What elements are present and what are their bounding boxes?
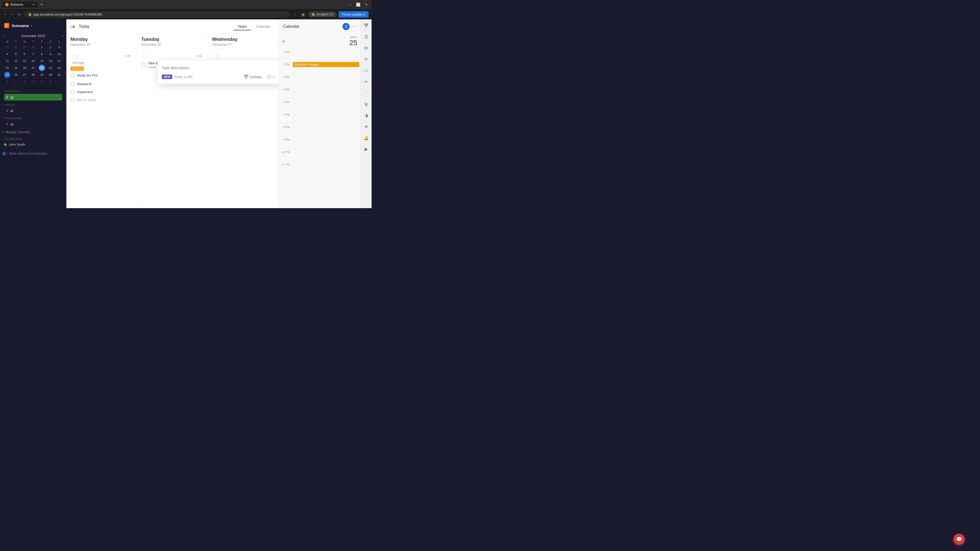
cal-day[interactable]: 26 <box>13 72 19 78</box>
cal-day[interactable]: 10 <box>56 51 62 57</box>
cal-day[interactable]: 23 <box>48 65 54 71</box>
cal-day[interactable]: 2 <box>13 79 19 85</box>
calendar-prev-button[interactable]: ‹ <box>3 34 4 38</box>
cal-day[interactable]: 29 <box>39 72 45 78</box>
task-item-review[interactable]: Review th <box>69 80 134 87</box>
cal-day[interactable]: 27 <box>4 44 10 50</box>
sidebar-toggle-button[interactable]: ▣ <box>300 11 306 17</box>
calendar-event-study[interactable]: Study the Principles <box>293 62 360 67</box>
network-icon-btn[interactable]: ⬡ <box>362 66 370 75</box>
task-item-implement[interactable]: Implement <box>69 88 134 95</box>
task-item-dec23[interactable]: Dec 23 # work <box>69 96 134 103</box>
paste-url-button[interactable]: Paste a URL <box>174 75 193 79</box>
cal-day[interactable]: 6 <box>21 51 27 57</box>
layers-icon-btn[interactable]: ◑ <box>362 111 370 119</box>
collapse-sidebar-button[interactable]: |◀ <box>70 24 75 29</box>
cal-day[interactable]: 6 <box>48 79 54 85</box>
cal-day[interactable]: 30 <box>30 44 36 50</box>
badge-icon-btn[interactable]: 🔔 <box>362 134 370 142</box>
cal-day[interactable]: 11 <box>4 58 10 64</box>
personal-toggle-button[interactable]: ▾ <box>4 117 5 120</box>
cal-day[interactable]: 12 <box>13 58 19 64</box>
cal-day[interactable]: 1 <box>39 44 45 50</box>
sidebar-item-all-channels[interactable]: # all <box>4 94 62 100</box>
cal-day[interactable]: 8 <box>39 51 45 57</box>
cal-day[interactable]: 28 <box>30 72 36 78</box>
calendar-view-icon-btn[interactable]: 📅 <box>362 21 370 30</box>
task-check-study[interactable] <box>70 73 75 78</box>
add-task-button[interactable]: Add task <box>69 60 87 65</box>
cal-day[interactable]: 20 <box>21 65 27 71</box>
cal-day[interactable]: 27 <box>21 72 27 78</box>
today-button[interactable]: Today <box>79 24 89 29</box>
task-check-review[interactable] <box>70 82 75 86</box>
monday-add-button[interactable]: + <box>73 53 79 59</box>
cal-day[interactable]: 14 <box>30 58 36 64</box>
sidebar-item-work-all[interactable]: # all <box>4 107 62 114</box>
cal-day[interactable]: 5 <box>39 79 45 85</box>
maximize-button[interactable]: ⬜ <box>355 2 362 7</box>
sidebar-item-personal-all[interactable]: # all <box>4 121 62 127</box>
calendar-next-button[interactable]: › <box>62 34 63 38</box>
document-icon-btn[interactable]: 📄 <box>362 89 370 97</box>
tab-tasks[interactable]: Tasks <box>234 23 251 30</box>
table-icon-btn[interactable]: ⊞ <box>362 100 370 108</box>
mini-calendar: ‹ December 2023 › M T W T F S S 27 28 29… <box>0 32 66 88</box>
task-check-implement[interactable] <box>70 89 75 94</box>
refresh-icon-btn[interactable]: ⟳ <box>362 55 370 63</box>
cal-day-selected[interactable]: 25 <box>4 72 10 78</box>
cal-day[interactable]: 30 <box>48 72 54 78</box>
cal-day[interactable]: 19 <box>13 65 19 71</box>
cal-day[interactable]: 5 <box>13 51 19 57</box>
cal-day[interactable]: 7 <box>56 79 62 85</box>
close-button[interactable]: ✕ <box>363 2 369 7</box>
cal-day[interactable]: 31 <box>56 72 62 78</box>
cal-day[interactable]: 28 <box>13 44 19 50</box>
back-button[interactable]: ‹ <box>3 11 7 17</box>
cal-day[interactable]: 7 <box>30 51 36 57</box>
finish-update-button[interactable]: Finish update ▾ <box>339 11 369 17</box>
toolbar-day-picker[interactable]: 📅 Tuesday <box>242 74 263 79</box>
task-item-study[interactable]: Study the Prin <box>69 72 134 79</box>
cal-day[interactable]: 16 <box>48 58 54 64</box>
cal-day[interactable]: 21 <box>30 65 36 71</box>
invite-label: Invite someone to Sunsama <box>9 152 47 156</box>
reload-button[interactable]: ↻ <box>16 11 22 17</box>
mail-icon-btn[interactable]: ✉ <box>362 44 370 52</box>
active-tab[interactable]: S Sunsama ✕ <box>2 2 38 7</box>
video-icon-btn[interactable]: ▶ <box>362 145 370 153</box>
tab-close-btn[interactable]: ✕ <box>32 3 35 6</box>
cal-day[interactable]: 3 <box>56 44 62 50</box>
list-view-icon-btn[interactable]: ☰ <box>362 33 370 41</box>
cal-day[interactable]: 3 <box>21 79 27 85</box>
cal-day[interactable]: 4 <box>30 79 36 85</box>
personal-section-label: ▾ PERSONAL <box>4 117 62 120</box>
task-description-input[interactable] <box>162 65 279 71</box>
minimize-button[interactable]: ─ <box>347 2 353 7</box>
tab-calendar[interactable]: Calendar <box>252 23 275 30</box>
github-icon-btn[interactable]: ⊛ <box>362 122 370 130</box>
address-bar[interactable]: 🔒 app.sunsama.com/group/1703182764469638… <box>24 11 290 17</box>
manage-channels-item[interactable]: + Manage Channels <box>0 129 66 135</box>
invite-button[interactable]: 👤+ Invite someone to Sunsama <box>0 151 66 157</box>
cal-day[interactable]: 13 <box>21 58 27 64</box>
cal-day[interactable]: 18 <box>4 65 10 71</box>
cal-day[interactable]: 24 <box>56 65 62 71</box>
cal-day[interactable]: 4 <box>4 51 10 57</box>
cal-day[interactable]: 29 <box>21 44 27 50</box>
cal-day[interactable]: 2 <box>48 44 54 50</box>
right-panel-expand-button[interactable]: → <box>352 24 356 29</box>
brush-icon-btn[interactable]: ✏ <box>362 78 370 86</box>
cal-day-today[interactable]: 22 <box>39 65 45 71</box>
bookmark-button[interactable]: ☆ <box>292 11 298 17</box>
forward-button[interactable]: › <box>10 11 14 17</box>
work-toggle-button[interactable]: ▾ <box>4 103 5 106</box>
new-tab-button[interactable]: + <box>39 2 45 8</box>
cal-day[interactable]: 15 <box>39 58 45 64</box>
calendar-zoom-button[interactable]: ⊕ <box>282 39 285 43</box>
toolbar-time-picker[interactable]: 🕐 --- <box>265 74 277 79</box>
cal-day[interactable]: 17 <box>56 58 62 64</box>
task-check-dec23[interactable] <box>70 97 75 102</box>
cal-day[interactable]: 1 <box>4 79 10 85</box>
cal-day[interactable]: 9 <box>48 51 54 57</box>
